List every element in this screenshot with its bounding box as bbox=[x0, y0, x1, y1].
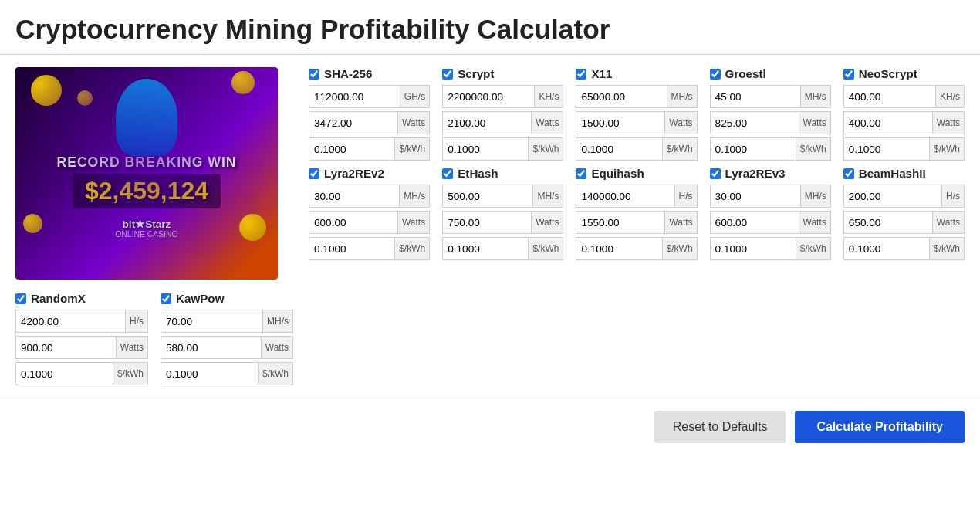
algo-checkbox-randomx[interactable] bbox=[15, 293, 26, 304]
algo-hashrate-row-equihash: H/s bbox=[576, 185, 697, 208]
algo-hashrate-input-lyra2rev2[interactable] bbox=[309, 185, 400, 208]
algo-cost-input-ethash[interactable] bbox=[442, 237, 529, 260]
algo-hashrate-input-kawpow[interactable] bbox=[161, 310, 263, 333]
algo-header-ethash: EtHash bbox=[442, 167, 563, 180]
algo-cost-input-equihash[interactable] bbox=[576, 237, 662, 260]
algo-power-unit-sha256: Watts bbox=[398, 111, 430, 134]
algo-hashrate-input-equihash[interactable] bbox=[576, 185, 674, 208]
algo-power-input-x11[interactable] bbox=[576, 111, 665, 134]
algo-hashrate-input-scrypt[interactable] bbox=[442, 85, 535, 108]
algo-cost-row-beamhashii: $/kWh bbox=[843, 237, 965, 260]
algo-hashrate-unit-ethash: MH/s bbox=[533, 185, 563, 208]
algo-cost-unit-sha256: $/kWh bbox=[395, 137, 430, 161]
algo-power-unit-lyra2rev2: Watts bbox=[398, 211, 430, 234]
algo-block-beamhashii: BeamHashIIH/sWatts$/kWh bbox=[843, 167, 965, 260]
algo-header-x11: X11 bbox=[576, 67, 697, 80]
algo-hashrate-input-beamhashii[interactable] bbox=[843, 185, 942, 208]
algo-cost-input-beamhashii[interactable] bbox=[843, 237, 930, 260]
algo-checkbox-lyra2rev2[interactable] bbox=[309, 168, 319, 179]
algo-name-equihash: Equihash bbox=[591, 167, 644, 180]
algo-cost-row-lyra2rev3: $/kWh bbox=[710, 237, 831, 260]
algo-cost-row-x11: $/kWh bbox=[576, 137, 697, 161]
algo-hashrate-unit-randomx: H/s bbox=[126, 310, 148, 333]
algo-name-lyra2rev3: Lyra2REv3 bbox=[725, 167, 786, 180]
algo-power-input-lyra2rev3[interactable] bbox=[710, 211, 799, 234]
algo-power-row-scrypt: Watts bbox=[442, 111, 563, 134]
algo-power-input-kawpow[interactable] bbox=[161, 336, 262, 359]
algo-header-equihash: Equihash bbox=[576, 167, 697, 180]
algo-hashrate-unit-lyra2rev3: MH/s bbox=[801, 185, 831, 208]
algo-cost-input-x11[interactable] bbox=[576, 137, 662, 161]
algo-cost-input-lyra2rev2[interactable] bbox=[309, 237, 395, 260]
algo-hashrate-input-x11[interactable] bbox=[576, 85, 667, 108]
algo-checkbox-neoscrypt[interactable] bbox=[843, 69, 854, 80]
algo-header-lyra2rev3: Lyra2REv3 bbox=[710, 167, 831, 180]
algo-hashrate-input-ethash[interactable] bbox=[442, 185, 533, 208]
algo-cost-input-neoscrypt[interactable] bbox=[843, 137, 930, 161]
ad-banner[interactable]: RECORD BREAKING WIN $2,459,124 bit★Starz… bbox=[15, 67, 278, 280]
algo-power-input-equihash[interactable] bbox=[576, 211, 665, 234]
algo-cost-input-sha256[interactable] bbox=[309, 137, 395, 161]
algo-checkbox-kawpow[interactable] bbox=[161, 293, 171, 304]
algo-hashrate-input-sha256[interactable] bbox=[309, 85, 400, 108]
algo-cost-input-scrypt[interactable] bbox=[442, 137, 529, 161]
algo-power-unit-x11: Watts bbox=[665, 111, 697, 134]
algo-hashrate-input-lyra2rev3[interactable] bbox=[710, 185, 801, 208]
algo-block-equihash: EquihashH/sWatts$/kWh bbox=[576, 167, 697, 260]
algo-power-row-equihash: Watts bbox=[576, 211, 697, 234]
algo-power-input-groestl[interactable] bbox=[710, 111, 799, 134]
algo-power-input-scrypt[interactable] bbox=[442, 111, 532, 134]
algo-cost-row-scrypt: $/kWh bbox=[442, 137, 563, 161]
algo-cost-input-lyra2rev3[interactable] bbox=[710, 237, 796, 260]
algo-hashrate-input-groestl[interactable] bbox=[710, 85, 801, 108]
algo-power-unit-equihash: Watts bbox=[665, 211, 697, 234]
algo-power-row-beamhashii: Watts bbox=[843, 211, 965, 234]
algo-block-ethash: EtHashMH/sWatts$/kWh bbox=[442, 167, 563, 260]
algo-power-unit-randomx: Watts bbox=[117, 336, 148, 359]
reset-button[interactable]: Reset to Defaults bbox=[654, 411, 786, 443]
algo-checkbox-lyra2rev3[interactable] bbox=[710, 168, 721, 179]
algo-cost-unit-groestl: $/kWh bbox=[796, 137, 831, 161]
algo-power-input-randomx[interactable] bbox=[15, 336, 117, 359]
algo-cost-input-kawpow[interactable] bbox=[161, 362, 259, 385]
algo-hashrate-unit-sha256: GH/s bbox=[400, 85, 430, 108]
algo-power-input-ethash[interactable] bbox=[442, 211, 532, 234]
algo-block-randomx: RandomXH/sWatts$/kWh bbox=[15, 292, 148, 385]
algo-checkbox-x11[interactable] bbox=[576, 69, 586, 80]
algo-hashrate-unit-scrypt: KH/s bbox=[535, 85, 563, 108]
algo-hashrate-unit-lyra2rev2: MH/s bbox=[400, 185, 430, 208]
algo-checkbox-equihash[interactable] bbox=[576, 168, 586, 179]
algo-name-ethash: EtHash bbox=[458, 167, 498, 180]
algo-power-unit-ethash: Watts bbox=[532, 211, 563, 234]
algo-checkbox-beamhashii[interactable] bbox=[843, 168, 854, 179]
algo-checkbox-ethash[interactable] bbox=[442, 168, 453, 179]
algo-checkbox-scrypt[interactable] bbox=[442, 69, 453, 80]
algo-hashrate-row-beamhashii: H/s bbox=[843, 185, 965, 208]
algo-hashrate-input-randomx[interactable] bbox=[15, 310, 126, 333]
algo-cost-unit-kawpow: $/kWh bbox=[259, 362, 293, 385]
algo-power-row-kawpow: Watts bbox=[161, 336, 293, 359]
algo-hashrate-unit-neoscrypt: KH/s bbox=[936, 85, 965, 108]
algo-power-input-lyra2rev2[interactable] bbox=[309, 211, 398, 234]
calculate-button[interactable]: Calculate Profitability bbox=[795, 411, 965, 443]
algo-hashrate-row-randomx: H/s bbox=[15, 310, 148, 333]
algo-cost-row-groestl: $/kWh bbox=[710, 137, 831, 161]
algo-power-input-neoscrypt[interactable] bbox=[843, 111, 933, 134]
algo-cost-unit-randomx: $/kWh bbox=[113, 362, 148, 385]
algo-name-beamhashii: BeamHashII bbox=[859, 167, 926, 180]
algo-header-neoscrypt: NeoScrypt bbox=[843, 67, 965, 80]
algo-power-input-sha256[interactable] bbox=[309, 111, 398, 134]
algo-cost-input-groestl[interactable] bbox=[710, 137, 796, 161]
algo-hashrate-row-scrypt: KH/s bbox=[442, 85, 563, 108]
algo-power-row-neoscrypt: Watts bbox=[843, 111, 965, 134]
algo-power-unit-scrypt: Watts bbox=[532, 111, 563, 134]
algo-cost-unit-equihash: $/kWh bbox=[663, 237, 698, 260]
algo-cost-input-randomx[interactable] bbox=[15, 362, 113, 385]
algo-cost-row-randomx: $/kWh bbox=[15, 362, 148, 385]
algo-cost-row-equihash: $/kWh bbox=[576, 237, 697, 260]
algo-header-beamhashii: BeamHashII bbox=[843, 167, 965, 180]
algo-power-input-beamhashii[interactable] bbox=[843, 211, 933, 234]
algo-checkbox-groestl[interactable] bbox=[710, 69, 721, 80]
algo-hashrate-input-neoscrypt[interactable] bbox=[843, 85, 936, 108]
algo-checkbox-sha256[interactable] bbox=[309, 69, 319, 80]
